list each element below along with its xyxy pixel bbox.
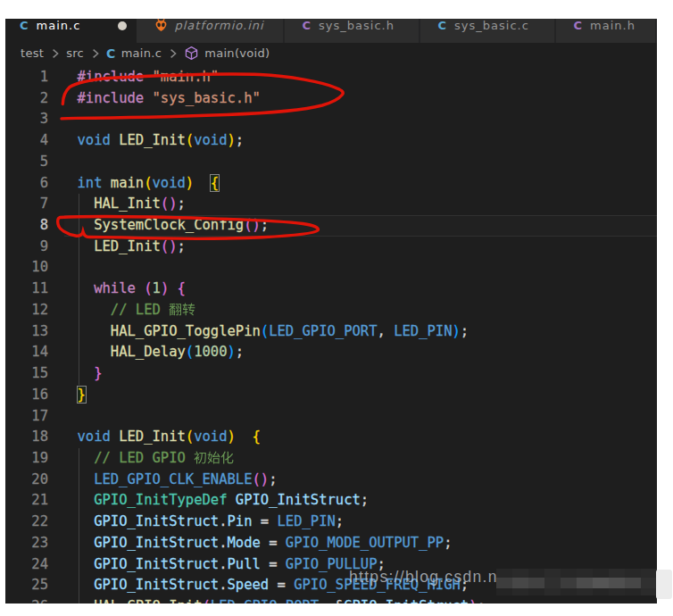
line-number[interactable]: 24 (5, 554, 48, 576)
mosaic-cell (609, 588, 625, 595)
breadcrumb-item-src[interactable]: src (66, 46, 84, 60)
tab-label: main.c (37, 19, 81, 32)
line-number[interactable]: 23 (5, 533, 48, 554)
code-token: () (244, 217, 261, 233)
code-token: // LED (111, 302, 195, 318)
code-token: () (161, 238, 178, 254)
line-number[interactable]: 18 (5, 427, 48, 448)
code-line-22[interactable]: 22 GPIO_InitStruct.Pin = LED_PIN; (5, 512, 657, 533)
code-line-5[interactable]: 5 (5, 152, 657, 173)
line-number[interactable]: 13 (5, 321, 48, 343)
modified-dot[interactable] (118, 21, 127, 30)
line-number[interactable]: 9 (5, 237, 48, 258)
code-line-17[interactable]: 17 (5, 406, 657, 428)
line-number[interactable]: 3 (5, 109, 48, 130)
code-line-14[interactable]: 14 HAL_Delay(1000); (5, 342, 657, 363)
code-line-2[interactable]: 2#include "sys_basic.h" (5, 88, 657, 110)
line-number[interactable]: 25 (5, 575, 48, 596)
mosaic-cell (528, 578, 544, 588)
line-number[interactable]: 2 (5, 88, 48, 110)
code-line-9[interactable]: 9 LED_Init(); (5, 237, 657, 258)
tab-label: platformio.ini (175, 19, 264, 32)
code-token: while (94, 280, 136, 296)
code-line-1[interactable]: 1#include "main.h" (5, 67, 657, 88)
line-number[interactable]: 17 (5, 406, 48, 428)
tab-sys_basic.c[interactable]: Csys_basic.c (420, 19, 556, 43)
code-token: LED_Init (94, 238, 161, 254)
code-line-4[interactable]: 4void LED_Init(void); (5, 130, 657, 152)
line-number[interactable]: 5 (5, 152, 48, 173)
line-number[interactable]: 1 (5, 67, 48, 88)
code-token: main (111, 175, 144, 191)
tab-main.c[interactable]: Cmain.c (5, 19, 137, 43)
line-number[interactable]: 8 (5, 215, 48, 237)
code-token: ( (144, 175, 152, 191)
code-token: ; (178, 238, 186, 254)
vscode-window: Cmain.cplatformio.iniCsys_basic.hCsys_ba… (5, 19, 657, 604)
code-token: ) (228, 344, 236, 360)
code-line-6[interactable]: 6int main(void) { (5, 173, 657, 195)
csdn-watermark: https://blog.csdn.n (349, 568, 498, 587)
code-token: HAL_Init (94, 196, 161, 212)
tab-sys_basic.h[interactable]: Csys_basic.h (285, 19, 420, 43)
code-token (78, 238, 95, 254)
code-token: GPIO_InitTypeDef (94, 492, 227, 508)
code-token: LED_PIN (394, 323, 452, 339)
mosaic-cell (625, 588, 641, 595)
tab-platformio.ini[interactable]: platformio.ini (137, 19, 285, 43)
code-line-18[interactable]: 18void LED_Init(void) { (5, 427, 657, 448)
line-number[interactable]: 20 (5, 470, 48, 491)
code-token (78, 513, 95, 529)
code-token: ; (336, 513, 344, 529)
code-line-26[interactable]: 26 HAL_GPIO_Init(LED_GPIO_PORT, &GPIO_In… (5, 596, 657, 604)
line-content: void LED_Init(void); (78, 130, 245, 152)
h-file-icon: C (574, 20, 584, 31)
line-number[interactable]: 6 (5, 173, 48, 195)
line-number[interactable]: 15 (5, 363, 48, 385)
breadcrumb-item-main.c[interactable]: Cmain.c (106, 46, 162, 60)
code-token: ( (186, 429, 194, 445)
code-line-21[interactable]: 21 GPIO_InitTypeDef GPIO_InitStruct; (5, 490, 657, 512)
breadcrumb-icon (184, 46, 199, 61)
code-line-16[interactable]: 16} (5, 385, 657, 406)
mosaic-cell (577, 569, 593, 578)
line-number[interactable]: 21 (5, 490, 48, 512)
code-line-20[interactable]: 20 LED_GPIO_CLK_ENABLE(); (5, 470, 657, 491)
line-number[interactable]: 11 (5, 279, 48, 300)
mosaic-cell (593, 569, 609, 578)
code-token: LED_GPIO_PORT (269, 323, 377, 339)
breadcrumb-item-test[interactable]: test (21, 46, 44, 60)
code-token: () (161, 196, 178, 212)
breadcrumb-label: main(void) (204, 46, 270, 60)
breadcrumb-separator (51, 48, 60, 59)
line-number[interactable]: 4 (5, 130, 48, 152)
code-token: . (219, 535, 227, 551)
mosaic-cell (496, 578, 512, 588)
line-number[interactable]: 19 (5, 448, 48, 470)
line-number[interactable]: 26 (5, 596, 48, 604)
code-line-10[interactable]: 10 (5, 257, 657, 279)
code-line-15[interactable]: 15 } (5, 363, 657, 385)
line-number[interactable]: 10 (5, 257, 48, 279)
code-line-19[interactable]: 19 // LED GPIO (5, 448, 657, 470)
code-line-11[interactable]: 11 while (1) { (5, 279, 657, 300)
mosaic-row (496, 569, 657, 578)
code-editor[interactable]: 1#include "main.h"2#include "sys_basic.h… (5, 63, 657, 604)
code-token: void (153, 175, 186, 191)
code-line-8[interactable]: 8 SystemClock_Config(); (5, 215, 657, 237)
line-number[interactable]: 22 (5, 512, 48, 533)
line-number[interactable]: 14 (5, 342, 48, 363)
code-line-23[interactable]: 23 GPIO_InitStruct.Mode = GPIO_MODE_OUTP… (5, 533, 657, 554)
line-number[interactable]: 12 (5, 300, 48, 321)
breadcrumb-item-main(void)[interactable]: main(void) (184, 46, 270, 61)
line-number[interactable]: 7 (5, 194, 48, 215)
code-line-3[interactable]: 3 (5, 109, 657, 130)
tab-main.h[interactable]: Cmain.h (556, 19, 658, 43)
code-token (111, 429, 119, 445)
mosaic-cell (641, 588, 657, 595)
code-token (136, 280, 144, 296)
code-line-7[interactable]: 7 HAL_Init(); (5, 194, 657, 215)
line-number[interactable]: 16 (5, 385, 48, 406)
code-line-13[interactable]: 13 HAL_GPIO_TogglePin(LED_GPIO_PORT, LED… (5, 321, 657, 343)
code-line-12[interactable]: 12 // LED (5, 300, 657, 321)
